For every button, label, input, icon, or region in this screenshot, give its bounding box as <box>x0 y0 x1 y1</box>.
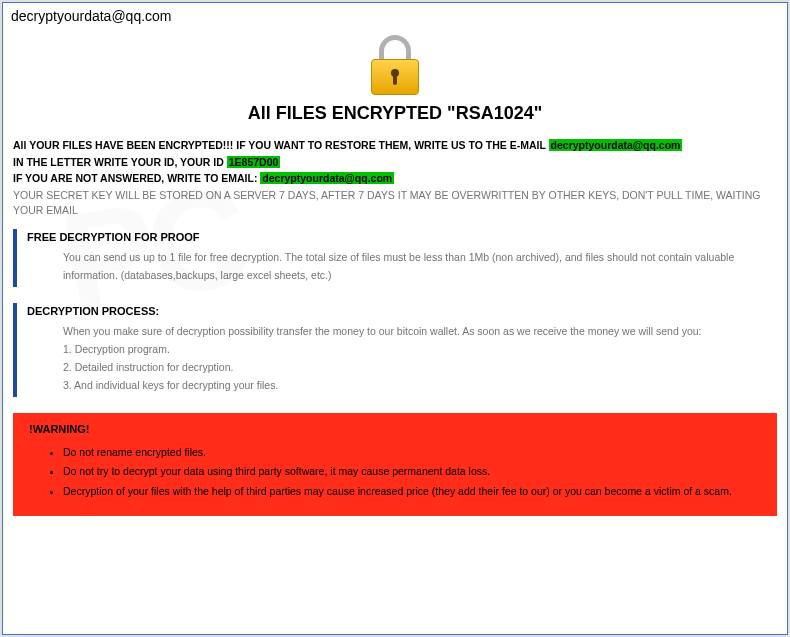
intro-line-3-text: IF YOU ARE NOT ANSWERED, WRITE TO EMAIL: <box>13 172 260 184</box>
section-free-decryption-body: You can send us up to 1 file for free de… <box>27 249 777 285</box>
intro-line-3: IF YOU ARE NOT ANSWERED, WRITE TO EMAIL:… <box>13 171 777 186</box>
intro-line-2: IN THE LETTER WRITE YOUR ID, YOUR ID 1E8… <box>13 155 777 170</box>
ransom-window: decryptyourdata@qq.com PC All FILES ENCR… <box>2 2 788 635</box>
section-free-decryption-title: FREE DECRYPTION FOR PROOF <box>27 231 777 243</box>
process-step-3: 3. And individual keys for decrypting yo… <box>63 377 777 395</box>
warning-item: Decryption of your files with the help o… <box>63 482 761 502</box>
contact-email-1: decryptyourdata@qq.com <box>549 139 683 151</box>
process-intro: When you make sure of decryption possibi… <box>63 323 777 341</box>
warning-item: Do not rename encrypted files. <box>63 443 761 463</box>
victim-id: 1E857D00 <box>227 156 281 168</box>
headline: All FILES ENCRYPTED "RSA1024" <box>13 103 777 124</box>
section-free-decryption: FREE DECRYPTION FOR PROOF You can send u… <box>13 229 777 287</box>
warning-box: !WARNING! Do not rename encrypted files.… <box>13 413 777 517</box>
content-area: PC All FILES ENCRYPTED "RSA1024" All YOU… <box>3 29 787 634</box>
lock-icon <box>367 35 423 95</box>
section-decryption-process: DECRYPTION PROCESS: When you make sure o… <box>13 303 777 396</box>
section-decryption-process-title: DECRYPTION PROCESS: <box>27 305 777 317</box>
process-step-2: 2. Detailed instruction for decryption. <box>63 359 777 377</box>
titlebar[interactable]: decryptyourdata@qq.com <box>3 3 787 29</box>
key-storage-note: YOUR SECRET KEY WILL BE STORED ON A SERV… <box>13 188 777 217</box>
intro-line-2-text: IN THE LETTER WRITE YOUR ID, YOUR ID <box>13 156 227 168</box>
section-decryption-process-body: When you make sure of decryption possibi… <box>27 323 777 394</box>
warning-item: Do not try to decrypt your data using th… <box>63 462 761 482</box>
window-title: decryptyourdata@qq.com <box>11 8 172 24</box>
warning-list: Do not rename encrypted files. Do not tr… <box>29 443 761 503</box>
header-block: All FILES ENCRYPTED "RSA1024" <box>13 33 777 124</box>
intro-line-1: All YOUR FILES HAVE BEEN ENCRYPTED!!! IF… <box>13 138 777 153</box>
intro-line-1-text: All YOUR FILES HAVE BEEN ENCRYPTED!!! IF… <box>13 139 549 151</box>
process-step-1: 1. Decryption program. <box>63 341 777 359</box>
contact-email-2: decryptyourdata@qq.com <box>260 172 394 184</box>
warning-title: !WARNING! <box>29 423 761 435</box>
